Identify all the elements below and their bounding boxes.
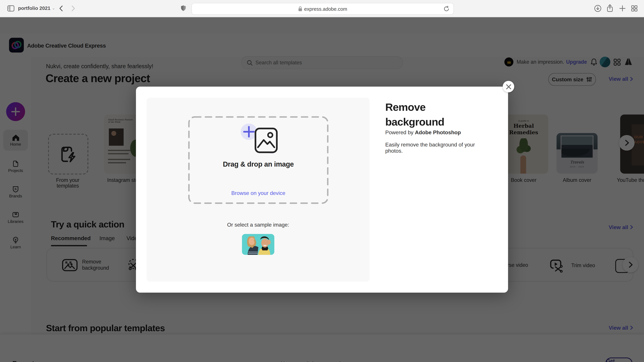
new-tab-button[interactable] (619, 5, 626, 11)
modal-powered-by: Powered by Adobe Photoshop (385, 129, 461, 135)
modal-title: Remove background (385, 100, 480, 129)
chevron-down-icon: ⌄ (52, 6, 55, 10)
modal-close-button[interactable] (503, 81, 514, 92)
dropzone-title: Drag & drop an image (188, 161, 329, 169)
privacy-shield-icon[interactable] (181, 5, 186, 11)
close-icon (506, 84, 511, 89)
browser-sidebar-icon[interactable] (8, 5, 14, 11)
tab-title: portfolio 2021 (18, 5, 50, 11)
url-text: express.adobe.com (304, 6, 347, 12)
powered-brand: Adobe Photoshop (415, 129, 461, 135)
add-image-icon (239, 123, 280, 156)
lock-icon (298, 6, 302, 11)
remove-background-modal: Drag & drop an image Browse on your devi… (136, 87, 508, 293)
dropzone[interactable]: Drag & drop an image Browse on your devi… (188, 116, 329, 204)
reload-icon[interactable] (444, 6, 449, 12)
browser-toolbar: portfolio 2021 ⌄ express.adobe.com (0, 0, 644, 17)
downloads-button[interactable] (594, 5, 602, 12)
browser-tab-menu[interactable]: portfolio 2021 ⌄ (18, 5, 55, 11)
forward-button[interactable] (72, 5, 75, 11)
back-button[interactable] (59, 5, 63, 11)
share-button[interactable] (606, 4, 613, 12)
powered-prefix: Powered by (385, 129, 415, 135)
upload-panel: Drag & drop an image Browse on your devi… (146, 98, 370, 282)
modal-description: Easily remove the background of your pho… (385, 142, 492, 154)
screen: Adobe Creative Cloud Express Search all … (0, 0, 644, 362)
tab-overview-button[interactable] (631, 5, 638, 11)
url-bar[interactable]: express.adobe.com (191, 3, 454, 15)
sample-image[interactable] (242, 234, 274, 255)
browse-device-link[interactable]: Browse on your device (188, 190, 329, 196)
sample-image-label: Or select a sample image: (146, 222, 370, 228)
